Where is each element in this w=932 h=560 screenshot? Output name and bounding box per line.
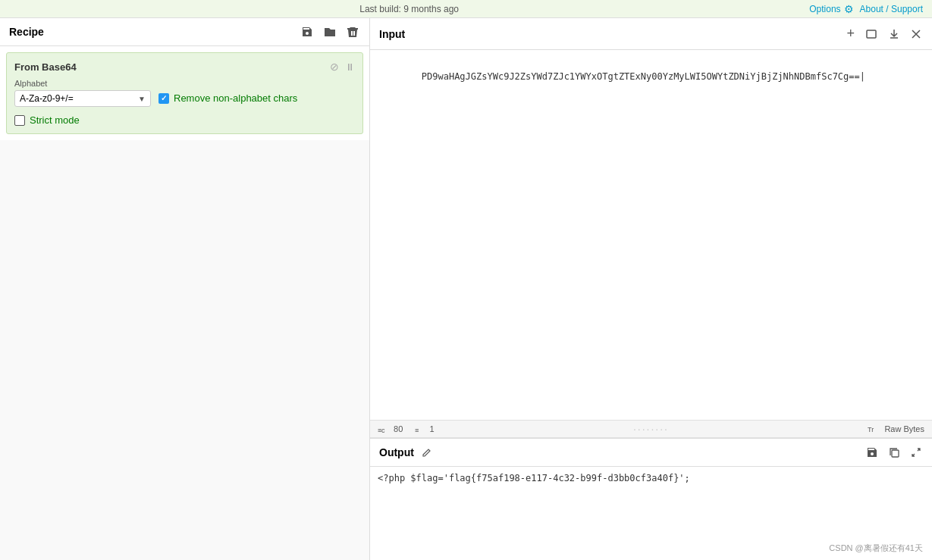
output-section: Output <?ph [370,439,932,560]
strict-mode-row: Strict mode [14,114,355,126]
recipe-title: Recipe [9,26,44,38]
alphabet-row: Alphabet A-Za-z0-9+/= ▼ Remove non-alpha… [14,79,355,107]
status-middle: ········ [633,423,669,435]
output-copy-button[interactable] [887,446,902,460]
clear-recipe-button[interactable] [345,24,360,39]
output-value: <?php $flag='flag{f75af198-e117-4c32-b99… [378,473,690,483]
recipe-icons [300,24,360,39]
svg-text:c: c [381,427,385,433]
svg-text:≡: ≡ [415,427,419,433]
alphabet-label: Alphabet [14,79,151,88]
remove-nonalpha-label: Remove non-alphabet chars [174,92,297,104]
alphabet-select[interactable]: A-Za-z0-9+/= ▼ [14,90,151,107]
left-panel: Recipe From Base64 [0,18,370,560]
main-layout: Recipe From Base64 [0,18,932,560]
char-count: ≡c 80 [378,424,403,434]
output-icons [865,445,923,460]
raw-bytes-label: Raw Bytes [884,424,924,433]
gear-icon [844,3,854,15]
text-cursor [860,71,865,82]
output-save-button[interactable] [865,445,880,460]
build-info: Last build: 9 months ago [359,4,459,14]
input-section: Input PD9waHAgJGZsYW [370,18,932,439]
pause-op-button[interactable] [345,61,355,73]
alphabet-value: A-Za-z0-9+/= [20,93,74,104]
load-recipe-button[interactable] [322,24,337,39]
chevron-down-icon: ▼ [138,95,146,103]
input-header: Input [370,18,932,50]
input-icons [845,24,923,43]
op-title: From Base64 [14,61,77,73]
input-title: Input [379,28,405,40]
input-textarea[interactable]: PD9waHAgJGZsYWc9J2ZsYWd7ZJc1YWYxOTgtZTEx… [370,50,932,420]
line-count: ≡ 1 [415,424,434,434]
options-link[interactable]: Options [809,3,853,15]
status-right: Tr Raw Bytes [868,424,924,434]
op-controls [330,61,355,73]
input-add-button[interactable] [845,24,856,43]
remove-nonalpha-checkbox[interactable] [158,93,169,104]
from-base64-operation: From Base64 Alphabet A-Za-z0-9+/= ▼ [6,52,363,134]
svg-rect-5 [892,450,899,457]
about-link[interactable]: About / Support [860,4,923,14]
dots-divider: ········ [633,423,669,435]
output-title: Output [379,446,414,458]
options-label: Options [809,4,840,14]
input-window-button[interactable] [864,27,879,42]
svg-rect-0 [867,30,876,38]
alphabet-select-wrapper: Alphabet A-Za-z0-9+/= ▼ [14,79,151,107]
disable-op-button[interactable] [330,61,339,73]
top-bar: Last build: 9 months ago Options About /… [0,0,932,18]
remove-nonalpha-row: Remove non-alphabet chars [158,92,297,104]
disable-icon [330,61,339,73]
recipe-header: Recipe [0,18,369,46]
output-edit-button[interactable] [420,446,434,459]
output-header: Output [370,439,932,467]
input-value: PD9waHAgJGZsYWc9J2ZsYWd7ZJc1YWYxOTgtZTEx… [422,71,860,82]
pause-icon [345,61,355,73]
op-header: From Base64 [14,61,355,73]
save-recipe-button[interactable] [300,24,315,39]
input-import-button[interactable] [886,27,902,42]
right-panel: Input PD9waHAgJGZsYW [370,18,932,560]
strict-mode-label: Strict mode [30,114,80,126]
svg-text:Tr: Tr [868,426,874,433]
output-expand-button[interactable] [909,446,923,459]
status-left: ≡c 80 ≡ 1 [378,424,435,434]
input-status-bar: ≡c 80 ≡ 1 ········ Tr Raw Bytes [370,420,932,438]
footer-credit: CSDN @离暑假还有41天 [829,543,923,554]
input-close-button[interactable] [909,27,923,41]
recipe-empty-area [0,140,369,560]
strict-mode-checkbox[interactable] [14,115,25,126]
plus-icon [846,26,855,42]
